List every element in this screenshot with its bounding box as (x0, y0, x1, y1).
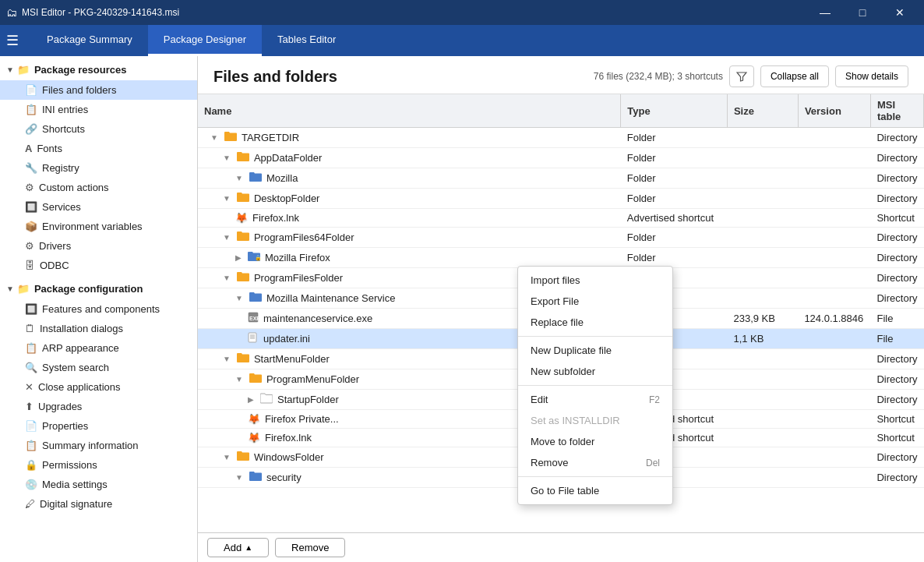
sidebar-item-upgrades[interactable]: ⬆ Upgrades (0, 397, 197, 416)
row-name-label: Mozilla Maintenance Service (266, 292, 395, 304)
sidebar-item-drivers[interactable]: ⚙ Drivers (0, 236, 197, 256)
row-msi-table: Directory (870, 248, 923, 268)
sidebar-item-shortcuts[interactable]: 🔗 Shortcuts (0, 119, 197, 139)
sidebar-item-digital-sig[interactable]: 🖊 Digital signature (0, 494, 197, 514)
ini-icon: 📋 (25, 104, 37, 115)
row-name-label: Firefox.lnk (252, 212, 299, 224)
row-chevron-icon[interactable]: ▼ (210, 133, 218, 142)
row-version (798, 168, 870, 189)
sidebar: ▼ 📁 Package resources 📄 Files and folder… (0, 56, 198, 562)
sidebar-section-configuration: ▼ 📁 Package configuration 🔲 Features and… (0, 278, 197, 514)
sidebar-item-files-and-folders[interactable]: 📄 Files and folders (0, 80, 197, 100)
add-button[interactable]: Add ▲ (207, 538, 269, 557)
folder-blue-icon (249, 171, 262, 185)
sidebar-item-arp[interactable]: 📋 ARP appearance (0, 338, 197, 358)
row-chevron-icon[interactable]: ▼ (235, 473, 243, 482)
ctx-move-to-folder[interactable]: Move to folder (518, 431, 672, 452)
resources-folder-icon: 📁 (17, 64, 30, 76)
svg-text:EXE: EXE (249, 316, 259, 321)
row-msi-table: Directory (870, 288, 923, 309)
firefox-private-icon: 🦊 (248, 413, 260, 425)
row-size (727, 288, 798, 309)
row-msi-table: Shortcut (870, 410, 923, 429)
summary-icon: 📋 (25, 440, 37, 451)
col-name: Name (198, 94, 621, 128)
collapse-all-button[interactable]: Collapse all (760, 65, 829, 87)
row-chevron-icon[interactable]: ▼ (223, 233, 231, 242)
table-row[interactable]: ▼TARGETDIRFolderDirectory (198, 128, 924, 148)
row-chevron-icon[interactable]: ▶ (235, 253, 242, 262)
window-controls: — □ ✕ (807, 0, 918, 25)
sidebar-item-services[interactable]: 🔲 Services (0, 197, 197, 217)
files-folders-icon: 📄 (25, 84, 37, 96)
remove-button[interactable]: Remove (275, 538, 345, 557)
sidebar-item-features[interactable]: 🔲 Features and components (0, 299, 197, 319)
row-version (798, 390, 870, 410)
filter-button[interactable] (729, 65, 754, 87)
menu-icon[interactable]: ☰ (6, 32, 19, 49)
row-msi-table: Directory (870, 268, 923, 288)
sidebar-item-close-apps[interactable]: ✕ Close applications (0, 377, 197, 397)
ctx-import-files[interactable]: Import files (518, 270, 672, 291)
sidebar-group-configuration[interactable]: ▼ 📁 Package configuration (0, 278, 197, 299)
row-chevron-icon[interactable]: ▼ (223, 453, 231, 461)
sidebar-item-fonts[interactable]: A Fonts (0, 139, 197, 158)
sidebar-item-custom-actions[interactable]: ⚙ Custom actions (0, 178, 197, 197)
sidebar-item-registry[interactable]: 🔧 Registry (0, 158, 197, 178)
close-button[interactable]: ✕ (882, 0, 918, 25)
ctx-set-installdir[interactable]: Set as INSTALLDIR (518, 410, 672, 431)
row-chevron-icon[interactable]: ▶ (248, 395, 254, 404)
table-row[interactable]: ▶🔒Mozilla FirefoxFolderDirectory (198, 248, 924, 268)
col-version: Version (798, 94, 870, 128)
table-row[interactable]: 🦊Firefox.lnkAdvertised shortcutShortcut (198, 209, 924, 228)
row-chevron-icon[interactable]: ▼ (223, 194, 231, 203)
sidebar-group-resources[interactable]: ▼ 📁 Package resources (0, 59, 197, 80)
ctx-replace-file[interactable]: Replace file (518, 312, 672, 333)
ctx-export-file[interactable]: Export File (518, 291, 672, 312)
row-chevron-icon[interactable]: ▼ (235, 174, 243, 182)
tab-package-designer[interactable]: Package Designer (148, 25, 262, 56)
ctx-goto-file-table[interactable]: Go to File table (518, 480, 672, 501)
row-size (727, 447, 798, 468)
row-size (727, 268, 798, 288)
sidebar-item-system-search[interactable]: 🔍 System search (0, 358, 197, 377)
row-chevron-icon[interactable]: ▼ (235, 375, 243, 384)
table-row[interactable]: ▼DesktopFolderFolderDirectory (198, 189, 924, 209)
table-row[interactable]: ▼MozillaFolderDirectory (198, 168, 924, 189)
row-chevron-icon[interactable]: ▼ (223, 154, 231, 162)
ctx-remove-shortcut: Del (646, 458, 660, 468)
ctx-edit[interactable]: Edit F2 (518, 389, 672, 410)
row-chevron-icon[interactable]: ▼ (235, 294, 243, 302)
folder-blue-icon (249, 471, 262, 484)
tab-package-summary[interactable]: Package Summary (31, 25, 148, 56)
maximize-button[interactable]: □ (845, 0, 880, 25)
table-row[interactable]: ▼AppDataFolderFolderDirectory (198, 148, 924, 168)
table-row[interactable]: ▼ProgramFiles64FolderFolderDirectory (198, 228, 924, 248)
ctx-remove[interactable]: Remove Del (518, 452, 672, 473)
ctx-new-duplicate[interactable]: New Duplicate file (518, 340, 672, 361)
row-size (727, 390, 798, 410)
dialogs-icon: 🗒 (25, 323, 35, 334)
table-header-row: Name Type Size Version MSI table (198, 94, 924, 128)
show-details-button[interactable]: Show details (835, 65, 908, 87)
app-icon: 🗂 (6, 6, 17, 19)
sidebar-item-ini-entries[interactable]: 📋 INI entries (0, 100, 197, 119)
sidebar-item-env-vars[interactable]: 📦 Environment variables (0, 217, 197, 236)
row-chevron-icon[interactable]: ▼ (223, 355, 231, 363)
sidebar-item-odbc[interactable]: 🗄 ODBC (0, 256, 197, 275)
minimize-button[interactable]: — (807, 0, 843, 25)
window-title: MSI Editor - PKG-240329-141643.msi (22, 7, 807, 18)
row-chevron-icon[interactable]: ▼ (223, 274, 231, 282)
row-version (798, 128, 870, 148)
col-size: Size (727, 94, 798, 128)
row-version: 124.0.1.8846 (798, 309, 870, 329)
sidebar-item-summary-info[interactable]: 📋 Summary information (0, 436, 197, 455)
sidebar-item-properties[interactable]: 📄 Properties (0, 416, 197, 436)
tab-tables-editor[interactable]: Tables Editor (262, 25, 351, 56)
sidebar-item-installation-dialogs[interactable]: 🗒 Installation dialogs (0, 319, 197, 338)
ctx-new-subfolder[interactable]: New subfolder (518, 361, 672, 382)
row-msi-table: Directory (870, 128, 923, 148)
shortcuts-icon: 🔗 (25, 123, 37, 135)
sidebar-item-permissions[interactable]: 🔒 Permissions (0, 455, 197, 475)
sidebar-item-media-settings[interactable]: 💿 Media settings (0, 475, 197, 494)
